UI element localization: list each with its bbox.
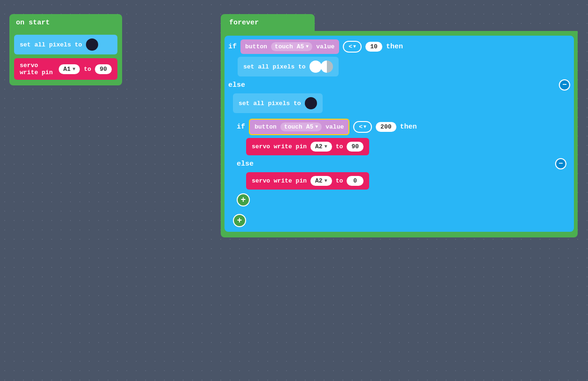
servo-val-1[interactable]: 90 — [347, 142, 364, 152]
set-pixels-label-2: set all pixels to — [243, 63, 306, 70]
servo-to-1: to — [336, 143, 343, 150]
servo-pin-arrow-2: ▼ — [325, 178, 327, 183]
forever-body: if button touch A5 ▼ value < ▼ 1 — [221, 31, 578, 237]
color-circle-black-1[interactable] — [86, 38, 98, 51]
set-pixels-label-1: set all pixels to — [20, 41, 82, 48]
then-label-1: then — [386, 43, 403, 51]
on-start-body: set all pixels to servo write pin A1 ▼ t… — [9, 31, 122, 85]
button-label-1: button — [245, 43, 267, 50]
operator-2[interactable]: < ▼ — [353, 121, 372, 133]
servo-value-1[interactable]: 90 — [95, 64, 112, 74]
button-touch-block-2[interactable]: button touch A5 ▼ value — [249, 119, 349, 135]
then-label-2: then — [400, 123, 417, 131]
button-touch-block-1[interactable]: button touch A5 ▼ value — [240, 39, 339, 54]
outer-plus-btn[interactable]: + — [233, 214, 246, 227]
set-pixels-block-1[interactable]: set all pixels to — [14, 35, 117, 54]
nested-if-content: servo write pin A2 ▼ to 90 — [237, 138, 566, 155]
to-label-1: to — [84, 66, 91, 73]
forever-block: forever if button touch A5 ▼ value < — [221, 14, 578, 237]
inner-plus-btn[interactable]: + — [237, 193, 250, 206]
op-arrow-1: ▼ — [353, 44, 356, 49]
if-keyword-1: if — [228, 43, 237, 51]
nested-else-content: servo write pin A2 ▼ to 0 — [237, 172, 566, 190]
pin-dropdown-arrow-1: ▼ — [72, 67, 75, 72]
value-label-1: value — [316, 43, 334, 50]
color-circle-black-2[interactable] — [305, 97, 317, 109]
servo-label-1: servo write pin — [252, 143, 307, 150]
on-start-block: on start set all pixels to servo write p… — [9, 14, 122, 85]
minus-btn-1[interactable]: − — [559, 79, 570, 91]
servo-write-label-1: servo write pin — [20, 62, 55, 76]
inner-plus-row: + — [237, 192, 566, 207]
outer-else-content: set all pixels to if button touch A5 ▼ — [228, 93, 570, 228]
touch-arrow-2: ▼ — [315, 124, 318, 130]
forever-header: forever — [221, 14, 315, 31]
servo-val-2[interactable]: 0 — [347, 176, 364, 186]
touch-dropdown-2[interactable]: touch A5 ▼ — [280, 122, 322, 131]
else-label-2: else — [237, 160, 254, 168]
set-pixels-label-3: set all pixels to — [239, 100, 301, 107]
outer-else-header: else − — [228, 79, 570, 91]
servo-pin-dropdown-1[interactable]: A2 ▼ — [310, 142, 332, 152]
set-pixels-block-2[interactable]: set all pixels to — [238, 57, 339, 76]
compare-value-2[interactable]: 200 — [376, 122, 396, 132]
outer-if-row: if button touch A5 ▼ value < ▼ 1 — [228, 39, 570, 54]
outer-if-block: if button touch A5 ▼ value < ▼ 1 — [224, 36, 574, 232]
pin-dropdown-1[interactable]: A1 ▼ — [59, 64, 80, 74]
servo-write-block-3[interactable]: servo write pin A2 ▼ to 0 — [246, 172, 369, 190]
else-label-1: else — [228, 81, 245, 89]
nested-if-row: if button touch A5 ▼ value < — [237, 119, 566, 135]
set-pixels-block-3[interactable]: set all pixels to — [233, 93, 323, 113]
servo-pin-arrow-1: ▼ — [325, 144, 327, 149]
value-label-2: value — [325, 123, 344, 130]
on-start-header: on start — [9, 14, 122, 31]
nested-else-header: else − — [237, 158, 566, 169]
on-start-label: on start — [16, 19, 50, 27]
touch-arrow-1: ▼ — [306, 44, 309, 49]
compare-value-1[interactable]: 10 — [365, 42, 382, 52]
op-arrow-2: ▼ — [364, 124, 366, 130]
servo-write-block-1[interactable]: servo write pin A1 ▼ to 90 — [14, 58, 117, 80]
outer-if-content: set all pixels to — [228, 57, 570, 76]
minus-btn-2[interactable]: − — [555, 158, 566, 169]
color-circle-half-1[interactable] — [321, 61, 333, 73]
button-label-2: button — [255, 123, 277, 130]
if-keyword-2: if — [237, 123, 245, 131]
nested-if-block: if button touch A5 ▼ value < — [233, 116, 570, 210]
servo-write-block-2[interactable]: servo write pin A2 ▼ to 90 — [246, 138, 369, 155]
forever-label: forever — [229, 19, 259, 27]
outer-plus-row: + — [233, 213, 570, 228]
touch-dropdown-1[interactable]: touch A5 ▼ — [271, 42, 312, 51]
operator-1[interactable]: < ▼ — [343, 41, 362, 53]
servo-label-2: servo write pin — [252, 177, 307, 184]
color-circle-white-1[interactable] — [309, 61, 322, 73]
servo-to-2: to — [336, 177, 343, 184]
servo-pin-dropdown-2[interactable]: A2 ▼ — [310, 176, 332, 186]
